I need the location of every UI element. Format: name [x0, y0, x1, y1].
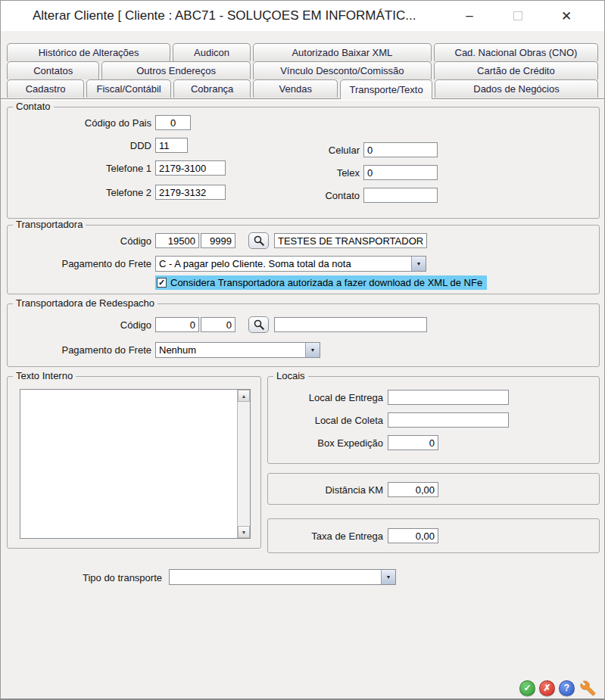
- taxa-entrega-group: Taxa de Entrega: [267, 518, 600, 553]
- distancia-km-label: Distância KM: [268, 484, 383, 496]
- celular-label: Celular: [220, 145, 360, 156]
- tab-fiscal-contabil[interactable]: Fiscal/Contábil: [86, 79, 171, 98]
- check-icon: ✓: [523, 683, 531, 692]
- window-title: Alterar Cliente [ Cliente : ABC71 - SOLU…: [33, 8, 416, 23]
- tab-autorizado-baixar-xml[interactable]: Autorizado Baixar XML: [253, 43, 432, 61]
- wrench-icon: [580, 680, 596, 696]
- minimize-button[interactable]: –: [445, 1, 494, 31]
- distancia-km-input[interactable]: [388, 482, 438, 497]
- transportadora-nome-input[interactable]: [274, 233, 427, 248]
- magnifier-icon: [253, 319, 265, 331]
- texto-interno-scrollbar[interactable]: ▲ ▼: [237, 390, 250, 538]
- contato-group: Contato Código do Pais DDD Telefone 1 Te…: [7, 107, 600, 219]
- tab-transporte-texto[interactable]: Transporte/Texto: [340, 79, 432, 99]
- tipo-transporte-select[interactable]: ▼: [169, 569, 396, 585]
- tab-row-1: Histórico de Alterações Audicon Autoriza…: [7, 43, 598, 61]
- caption-buttons: – ✕: [445, 1, 591, 31]
- autoriza-xml-checkbox[interactable]: ✓ Considera Transportadora autorizada a …: [155, 275, 487, 290]
- telex-label: Telex: [220, 167, 360, 179]
- telefone1-input[interactable]: [155, 160, 226, 176]
- redespacho-codigo-input[interactable]: [155, 317, 199, 332]
- texto-interno-textarea[interactable]: [20, 390, 237, 538]
- ddd-label: DDD: [8, 140, 151, 151]
- tab-row-2: Contatos Outros Endereços Vínculo Descon…: [7, 61, 598, 79]
- alterar-cliente-window: Alterar Cliente [ Cliente : ABC71 - SOLU…: [0, 0, 605, 700]
- contato-group-title: Contato: [13, 101, 54, 112]
- help-button[interactable]: ?: [559, 680, 575, 696]
- tab-contatos[interactable]: Contatos: [7, 61, 99, 79]
- tab-vinculo-desconto-comissao[interactable]: Vínculo Desconto/Comissão: [253, 61, 432, 79]
- maximize-icon: [513, 11, 522, 20]
- cancel-button[interactable]: ✗: [539, 680, 555, 696]
- codigo-pais-input[interactable]: [155, 115, 191, 130]
- box-expedicao-label: Box Expedição: [268, 437, 383, 449]
- redespacho-group: Transportadora de Redespacho Código Paga…: [7, 303, 600, 367]
- box-expedicao-input[interactable]: [388, 435, 438, 450]
- footer-buttons: ✓ ✗ ?: [519, 679, 597, 697]
- tab-audicon[interactable]: Audicon: [173, 43, 251, 61]
- tab-dados-de-negocios[interactable]: Dados de Negócios: [435, 79, 598, 98]
- transportadora-group: Transportadora Código Pagamento do Frete…: [7, 225, 600, 294]
- celular-input[interactable]: [363, 142, 438, 157]
- checkbox-check-icon[interactable]: ✓: [157, 278, 167, 288]
- scroll-down-icon[interactable]: ▼: [238, 526, 250, 538]
- tab-row-3: Cadastro Fiscal/Contábil Cobrança Vendas…: [7, 79, 598, 98]
- local-coleta-input[interactable]: [388, 412, 509, 428]
- scroll-up-icon[interactable]: ▲: [238, 390, 250, 402]
- tipo-transporte-label: Tipo do transporte: [16, 572, 162, 583]
- chevron-down-icon[interactable]: ▼: [305, 343, 320, 357]
- contato-label: Contato: [220, 190, 360, 201]
- tab-outros-enderecos[interactable]: Outros Endereços: [101, 61, 250, 79]
- maximize-button[interactable]: [494, 1, 542, 31]
- minimize-icon: –: [466, 8, 472, 23]
- redespacho-codigo-label: Código: [8, 319, 151, 331]
- transportadora-pagamento-frete-label: Pagamento do Frete: [8, 258, 151, 269]
- locais-group: Locais Local de Entrega Local de Coleta …: [267, 376, 600, 464]
- local-entrega-label: Local de Entrega: [268, 392, 383, 403]
- distancia-group: Distância KM: [267, 473, 600, 505]
- contato-input[interactable]: [363, 188, 438, 203]
- autoriza-xml-label: Considera Transportadora autorizada a fa…: [170, 277, 482, 288]
- close-button[interactable]: ✕: [542, 1, 591, 31]
- tab-cobranca[interactable]: Cobrança: [173, 79, 251, 98]
- tab-vendas[interactable]: Vendas: [253, 79, 338, 98]
- transportadora-codigo-label: Código: [8, 235, 151, 247]
- transportadora-loja-input[interactable]: [201, 233, 235, 248]
- tipo-transporte-value: [170, 570, 381, 584]
- tab-cartao-de-credito[interactable]: Cartão de Crédito: [434, 61, 598, 79]
- chevron-down-icon[interactable]: ▼: [411, 257, 426, 271]
- texto-interno-group: Texto Interno ▲ ▼: [7, 376, 261, 549]
- redespacho-pagamento-frete-label: Pagamento do Frete: [8, 344, 151, 356]
- close-icon: ✕: [561, 8, 572, 24]
- tab-historico-de-alteracoes[interactable]: Histórico de Alterações: [7, 43, 170, 61]
- magnifier-icon: [253, 235, 265, 247]
- redespacho-pagamento-frete-select[interactable]: Nenhum ▼: [155, 342, 320, 358]
- tab-strip: Histórico de Alterações Audicon Autoriza…: [7, 43, 598, 98]
- texto-interno-memo: ▲ ▼: [20, 389, 251, 539]
- codigo-pais-label: Código do Pais: [8, 117, 151, 129]
- transportadora-search-button[interactable]: [248, 232, 269, 249]
- transportadora-codigo-input[interactable]: [155, 233, 199, 248]
- chevron-down-icon[interactable]: ▼: [381, 570, 395, 584]
- telefone2-label: Telefone 2: [8, 187, 151, 198]
- transportadora-pagamento-frete-select[interactable]: C - A pagar pelo Cliente. Soma total da …: [155, 256, 426, 272]
- titlebar: Alterar Cliente [ Cliente : ABC71 - SOLU…: [1, 1, 604, 31]
- telex-input[interactable]: [363, 165, 438, 180]
- tab-cadastro[interactable]: Cadastro: [7, 79, 84, 98]
- transportadora-pagamento-frete-value: C - A pagar pelo Cliente. Soma total da …: [156, 257, 411, 271]
- telefone2-input[interactable]: [155, 185, 226, 200]
- ddd-input[interactable]: [155, 138, 188, 153]
- taxa-entrega-label: Taxa de Entrega: [268, 530, 383, 542]
- telefone1-label: Telefone 1: [8, 163, 151, 174]
- redespacho-pagamento-frete-value: Nenhum: [156, 343, 305, 357]
- taxa-entrega-input[interactable]: [388, 528, 438, 543]
- settings-button[interactable]: [578, 679, 597, 697]
- redespacho-nome-input[interactable]: [274, 317, 427, 332]
- ok-button[interactable]: ✓: [519, 680, 535, 696]
- redespacho-loja-input[interactable]: [201, 317, 235, 332]
- local-entrega-input[interactable]: [388, 390, 509, 405]
- redespacho-search-button[interactable]: [248, 316, 269, 333]
- question-icon: ?: [564, 683, 569, 692]
- texto-interno-group-title: Texto Interno: [13, 370, 76, 381]
- tab-cad-nacional-obras-cno[interactable]: Cad. Nacional Obras (CNO): [434, 43, 598, 61]
